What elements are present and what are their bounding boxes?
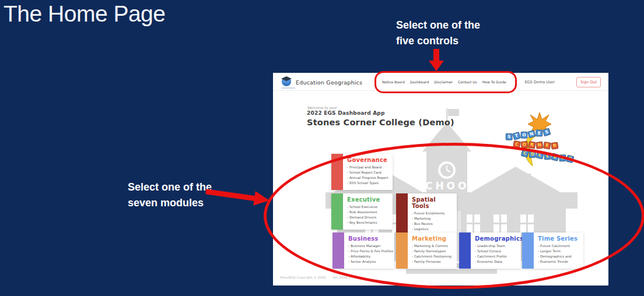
app-name: 2022 EGS Dashboard App bbox=[307, 110, 385, 116]
logged-in-user: EGS Demo User bbox=[524, 80, 555, 84]
copyright-text: Atlas/EGS Copyright © 2022 bbox=[280, 276, 326, 279]
right-arrow-icon bbox=[205, 185, 271, 210]
school-name: Stones Corner College (Demo) bbox=[307, 118, 454, 127]
annotation-five-controls: Select one of the five controls bbox=[396, 17, 480, 49]
annotation-line: seven modules bbox=[128, 195, 212, 211]
page-title: The Home Page bbox=[4, 1, 166, 27]
controls-highlight-box bbox=[374, 71, 517, 93]
slide: The Home Page Select one of the five con… bbox=[0, 0, 644, 296]
app-footer: Atlas/EGS Copyright © 2022 Ver 2022.1 bbox=[280, 276, 356, 279]
modules-highlight-oval bbox=[264, 143, 644, 289]
welcome-text: Welcome to your bbox=[307, 105, 337, 110]
sign-out-button[interactable]: Sign Out bbox=[576, 77, 601, 87]
annotation-line: five controls bbox=[396, 33, 480, 49]
brand-name: Education Geographics bbox=[296, 79, 362, 86]
brand-tagline bbox=[281, 87, 295, 89]
annotation-line: Select one of the bbox=[396, 17, 480, 33]
down-arrow-icon bbox=[429, 49, 444, 72]
annotation-line: Select one of the bbox=[128, 179, 212, 195]
annotation-seven-modules: Select one of the seven modules bbox=[128, 179, 212, 211]
